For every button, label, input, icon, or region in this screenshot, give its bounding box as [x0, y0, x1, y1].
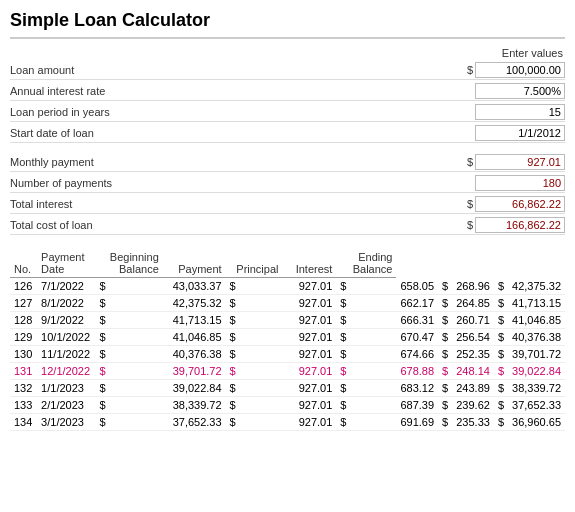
cell-end-prefix: $ — [494, 312, 508, 329]
cell-payment: 927.01 — [282, 278, 336, 295]
cell-prin-prefix: $ — [336, 312, 396, 329]
cell-payment: 927.01 — [282, 397, 336, 414]
cell-int-prefix: $ — [438, 329, 452, 346]
table-row: 132 1/1/2023 $ 39,022.84 $ 927.01 $ 683.… — [10, 380, 565, 397]
loan-period-label: Loan period in years — [10, 106, 473, 118]
cell-pay-prefix: $ — [226, 346, 283, 363]
table-row: 134 3/1/2023 $ 37,652.33 $ 927.01 $ 691.… — [10, 414, 565, 431]
cell-payment: 927.01 — [282, 363, 336, 380]
cell-end-bal: 40,376.38 — [508, 329, 565, 346]
loan-period-input[interactable] — [475, 104, 565, 120]
cell-payment: 927.01 — [282, 295, 336, 312]
cell-payment: 927.01 — [282, 380, 336, 397]
cell-no: 127 — [10, 295, 37, 312]
table-row: 133 2/1/2023 $ 38,339.72 $ 927.01 $ 687.… — [10, 397, 565, 414]
cell-date: 7/1/2022 — [37, 278, 95, 295]
cell-beg-prefix: $ — [95, 312, 162, 329]
total-interest-prefix: $ — [467, 198, 473, 210]
total-cost-row: Total cost of loan $ — [10, 216, 565, 235]
cell-beg-prefix: $ — [95, 329, 162, 346]
cell-end-bal: 42,375.32 — [508, 278, 565, 295]
monthly-payment-label: Monthly payment — [10, 156, 467, 168]
cell-interest: 239.62 — [452, 397, 494, 414]
cell-interest: 268.96 — [452, 278, 494, 295]
cell-beg-prefix: $ — [95, 363, 162, 380]
table-row: 130 11/1/2022 $ 40,376.38 $ 927.01 $ 674… — [10, 346, 565, 363]
cell-pay-prefix: $ — [226, 329, 283, 346]
cell-date: 12/1/2022 — [37, 363, 95, 380]
total-cost-label: Total cost of loan — [10, 219, 467, 231]
interest-rate-label: Annual interest rate — [10, 85, 473, 97]
page-title: Simple Loan Calculator — [10, 10, 565, 39]
cell-int-prefix: $ — [438, 363, 452, 380]
cell-beg-bal: 37,652.33 — [163, 414, 226, 431]
table-row: 127 8/1/2022 $ 42,375.32 $ 927.01 $ 662.… — [10, 295, 565, 312]
cell-payment: 927.01 — [282, 329, 336, 346]
cell-principal: 691.69 — [396, 414, 438, 431]
cell-beg-prefix: $ — [95, 278, 162, 295]
table-row: 131 12/1/2022 $ 39,701.72 $ 927.01 $ 678… — [10, 363, 565, 380]
col-header-no: No. — [10, 249, 37, 278]
cell-beg-prefix: $ — [95, 414, 162, 431]
input-area: Enter values Loan amount $ Annual intere… — [10, 47, 565, 237]
cell-principal: 658.05 — [396, 278, 438, 295]
total-cost-prefix: $ — [467, 219, 473, 231]
start-date-label: Start date of loan — [10, 127, 473, 139]
col-header-payment: Payment — [163, 249, 226, 278]
cell-principal: 666.31 — [396, 312, 438, 329]
cell-end-bal: 39,701.72 — [508, 346, 565, 363]
cell-beg-bal: 41,713.15 — [163, 312, 226, 329]
monthly-payment-prefix: $ — [467, 156, 473, 168]
cell-date: 8/1/2022 — [37, 295, 95, 312]
col-header-date: PaymentDate — [37, 249, 95, 278]
cell-interest: 248.14 — [452, 363, 494, 380]
col-header-beginning-balance: BeginningBalance — [95, 249, 162, 278]
cell-interest: 260.71 — [452, 312, 494, 329]
cell-principal: 687.39 — [396, 397, 438, 414]
cell-prin-prefix: $ — [336, 329, 396, 346]
cell-payment: 927.01 — [282, 312, 336, 329]
cell-pay-prefix: $ — [226, 295, 283, 312]
loan-amount-prefix: $ — [467, 64, 473, 76]
total-interest-value — [475, 196, 565, 212]
loan-amount-row: Loan amount $ — [10, 61, 565, 80]
cell-prin-prefix: $ — [336, 380, 396, 397]
cell-end-prefix: $ — [494, 295, 508, 312]
cell-int-prefix: $ — [438, 397, 452, 414]
cell-principal: 670.47 — [396, 329, 438, 346]
loan-amount-input[interactable] — [475, 62, 565, 78]
interest-rate-input[interactable] — [475, 83, 565, 99]
num-payments-value — [475, 175, 565, 191]
col-header-interest: Interest — [282, 249, 336, 278]
monthly-payment-value — [475, 154, 565, 170]
amortization-table: No. PaymentDate BeginningBalance Payment… — [10, 249, 565, 431]
cell-principal: 678.88 — [396, 363, 438, 380]
cell-no: 134 — [10, 414, 37, 431]
cell-principal: 662.17 — [396, 295, 438, 312]
cell-end-prefix: $ — [494, 363, 508, 380]
cell-int-prefix: $ — [438, 312, 452, 329]
total-cost-value — [475, 217, 565, 233]
total-interest-row: Total interest $ — [10, 195, 565, 214]
cell-prin-prefix: $ — [336, 295, 396, 312]
cell-date: 1/1/2023 — [37, 380, 95, 397]
cell-beg-prefix: $ — [95, 380, 162, 397]
start-date-input[interactable] — [475, 125, 565, 141]
cell-interest: 243.89 — [452, 380, 494, 397]
cell-pay-prefix: $ — [226, 397, 283, 414]
cell-end-prefix: $ — [494, 278, 508, 295]
cell-no: 131 — [10, 363, 37, 380]
cell-int-prefix: $ — [438, 278, 452, 295]
cell-pay-prefix: $ — [226, 278, 283, 295]
cell-end-prefix: $ — [494, 329, 508, 346]
cell-interest: 264.85 — [452, 295, 494, 312]
enter-values-label: Enter values — [10, 47, 565, 59]
cell-pay-prefix: $ — [226, 312, 283, 329]
cell-beg-bal: 39,022.84 — [163, 380, 226, 397]
cell-payment: 927.01 — [282, 346, 336, 363]
cell-beg-bal: 38,339.72 — [163, 397, 226, 414]
cell-no: 132 — [10, 380, 37, 397]
cell-payment: 927.01 — [282, 414, 336, 431]
cell-int-prefix: $ — [438, 295, 452, 312]
num-payments-row: Number of payments — [10, 174, 565, 193]
